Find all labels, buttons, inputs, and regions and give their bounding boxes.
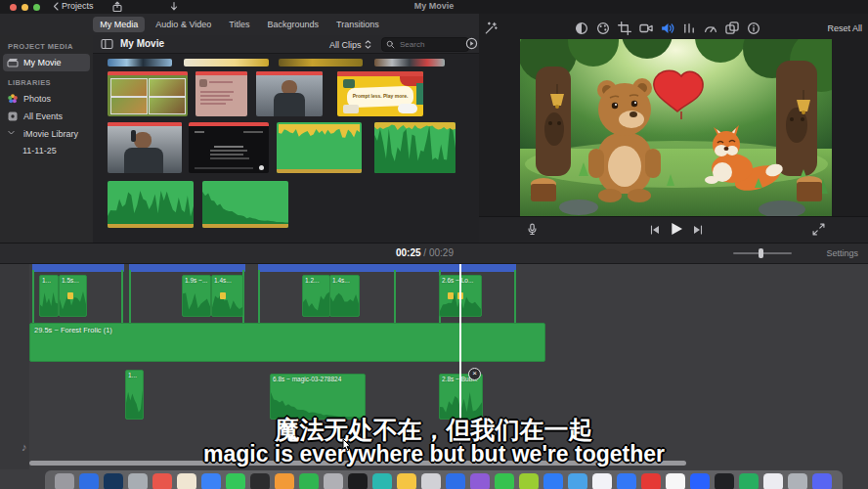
- dock-app-icon[interactable]: [104, 473, 123, 489]
- dock-app-icon[interactable]: [421, 473, 441, 489]
- media-thumbnail-audio-decay[interactable]: [202, 181, 288, 228]
- sidebar-item-my-movie[interactable]: My Movie: [3, 54, 90, 71]
- sidebar-item-all-events[interactable]: All Events: [3, 108, 90, 125]
- next-frame-button[interactable]: [692, 224, 704, 236]
- project-media-header: PROJECT MEDIA: [0, 35, 93, 54]
- music-clip[interactable]: 29.5s ~ Forest Frolic (1): [29, 323, 545, 362]
- media-filmstrip[interactable]: [279, 59, 363, 67]
- fullscreen-icon[interactable]: [812, 223, 825, 236]
- tab-backgrounds[interactable]: Backgrounds: [260, 17, 326, 32]
- timeline-clip[interactable]: 2.8s ~ Bub...: [439, 374, 483, 420]
- timeline-clip[interactable]: 1.2...: [302, 275, 330, 317]
- media-thumbnail-screen-recording[interactable]: [189, 122, 269, 173]
- timeline-zoom-slider[interactable]: [733, 252, 792, 254]
- enhance-wand-icon[interactable]: [484, 22, 498, 35]
- media-filmstrip[interactable]: [184, 59, 269, 67]
- dock-app-icon[interactable]: [617, 473, 636, 489]
- remove-clip-badge[interactable]: ×: [468, 368, 481, 380]
- play-button[interactable]: [669, 221, 684, 241]
- sidebar-item-photos[interactable]: Photos: [3, 90, 90, 108]
- sidebar-toggle-icon[interactable]: [101, 38, 113, 50]
- search-input[interactable]: [398, 39, 460, 50]
- reset-all-button[interactable]: Reset All: [827, 23, 862, 33]
- dock-app-icon[interactable]: [55, 473, 74, 489]
- dock-app-icon[interactable]: [446, 473, 465, 489]
- dock-app-icon[interactable]: [739, 473, 759, 489]
- media-thumbnail-audio-wave[interactable]: [108, 181, 194, 228]
- timeline-clip[interactable]: 6.8s ~ magic-03-278824: [270, 374, 366, 420]
- chevron-down-icon: [7, 128, 19, 140]
- dock-app-icon[interactable]: [592, 473, 612, 489]
- search-icon: [386, 40, 395, 49]
- media-filmstrip[interactable]: [374, 59, 445, 67]
- time-current: 00:25: [396, 247, 421, 258]
- waveform: [279, 124, 360, 138]
- color-correction-icon[interactable]: [596, 22, 610, 35]
- dock-app-icon[interactable]: [641, 473, 661, 489]
- timeline-clip[interactable]: 1.4s...: [329, 275, 360, 317]
- clip-label: 6.8s ~ magic-03-278824: [273, 376, 341, 382]
- clip-filter-dropdown[interactable]: All Clips: [329, 39, 371, 50]
- timeline-settings-button[interactable]: Settings: [826, 248, 858, 258]
- dock-app-icon[interactable]: [177, 473, 196, 489]
- dock-app-icon[interactable]: [324, 473, 343, 489]
- dock-app-icon[interactable]: [275, 473, 294, 489]
- dock-app-icon[interactable]: [226, 473, 245, 489]
- tab-titles[interactable]: Titles: [222, 17, 256, 32]
- media-thumbnail-document[interactable]: [195, 71, 247, 116]
- search-field[interactable]: [381, 37, 469, 52]
- dock-app-icon[interactable]: [250, 473, 270, 489]
- media-thumbnail-slide[interactable]: Prompt less. Play more.: [337, 71, 423, 116]
- open-clip-icon[interactable]: [465, 37, 478, 50]
- timeline-clip[interactable]: 1.4s...: [211, 275, 243, 317]
- dock-app-icon[interactable]: [690, 473, 710, 489]
- dock-app-icon[interactable]: [519, 473, 539, 489]
- dock-app-icon[interactable]: [812, 473, 832, 489]
- sidebar-item-11-11-25[interactable]: 11-11-25: [3, 143, 90, 158]
- tab-transitions[interactable]: Transitions: [329, 17, 386, 32]
- info-icon[interactable]: [747, 22, 760, 35]
- dock-app-icon[interactable]: [788, 473, 807, 489]
- sidebar-item-imovie-library[interactable]: iMovie Library: [3, 125, 90, 143]
- zoom-slider-handle[interactable]: [759, 248, 763, 258]
- stabilization-icon[interactable]: [639, 22, 653, 35]
- media-filmstrip[interactable]: [108, 59, 172, 67]
- timeline-clip[interactable]: 1...: [39, 275, 59, 317]
- media-thumbnail-bear-collage[interactable]: [108, 71, 188, 116]
- dock-app-icon[interactable]: [543, 473, 563, 489]
- effects-icon[interactable]: [725, 22, 739, 35]
- media-thumbnail-person-headphones[interactable]: [108, 122, 182, 173]
- speed-icon[interactable]: [704, 22, 717, 35]
- media-thumbnail-person[interactable]: [256, 71, 323, 116]
- volume-icon[interactable]: [661, 22, 674, 35]
- dock-app-icon[interactable]: [152, 473, 172, 489]
- crop-icon[interactable]: [618, 22, 631, 35]
- previous-frame-button[interactable]: [649, 224, 661, 236]
- dock-app-icon[interactable]: [128, 473, 148, 489]
- dock-app-icon[interactable]: [715, 473, 734, 489]
- timeline-clip[interactable]: 1...: [125, 370, 144, 420]
- dock-app-icon[interactable]: [397, 473, 416, 489]
- timeline-clip[interactable]: 1.5s...: [59, 275, 87, 317]
- dock-app-icon[interactable]: [79, 473, 99, 489]
- tab-my-media[interactable]: My Media: [93, 17, 145, 32]
- voiceover-mic-icon[interactable]: [526, 223, 539, 237]
- tab-audio-video[interactable]: Audio & Video: [149, 17, 218, 32]
- noise-reduction-icon[interactable]: [682, 22, 696, 35]
- media-browser: My Movie All Clips: [93, 35, 479, 243]
- timeline-clip[interactable]: 1.9s ~...: [182, 275, 211, 317]
- dock-app-icon[interactable]: [201, 473, 221, 489]
- color-balance-icon[interactable]: [575, 22, 588, 35]
- dock-app-icon[interactable]: [470, 473, 490, 489]
- clip-marker-badge: [220, 292, 226, 299]
- dock-app-icon[interactable]: [299, 473, 319, 489]
- dock-app-icon[interactable]: [763, 473, 783, 489]
- dock-app-icon[interactable]: [568, 473, 587, 489]
- media-thumbnail-audio-spikes[interactable]: [374, 122, 456, 173]
- dock-app-icon[interactable]: [495, 473, 514, 489]
- library-items: PhotosAll EventsiMovie Library11-11-25: [0, 90, 93, 158]
- dock-app-icon[interactable]: [348, 473, 368, 489]
- dock-app-icon[interactable]: [372, 473, 392, 489]
- media-thumbnail-audio-yellow[interactable]: [277, 122, 362, 173]
- dock-app-icon[interactable]: [666, 473, 685, 489]
